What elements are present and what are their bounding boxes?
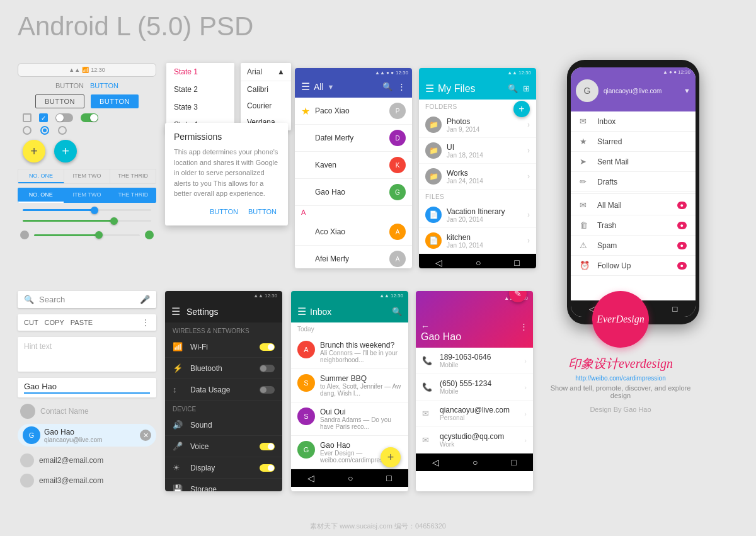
- home-nav-icon[interactable]: ○: [472, 457, 478, 467]
- wifi-toggle[interactable]: [260, 343, 275, 351]
- back-nav-icon[interactable]: ◁: [307, 473, 314, 483]
- sound-row[interactable]: 🔊 Sound: [165, 414, 282, 436]
- inbox-row[interactable]: S Summer BBQ to Alex, Scott, Jennifer — …: [291, 369, 408, 402]
- more-button[interactable]: ⋮: [141, 317, 150, 328]
- bluetooth-row[interactable]: ⚡ Bluetooth: [165, 358, 282, 379]
- hamburger-inbox-icon[interactable]: ☰: [297, 305, 306, 317]
- back-contact-icon[interactable]: ←: [421, 321, 430, 331]
- home-nav-icon[interactable]: ○: [476, 258, 481, 268]
- font-courier[interactable]: Courier: [241, 98, 291, 114]
- tab-itemtwo[interactable]: ITEM TWO: [64, 169, 110, 183]
- back-nav-icon[interactable]: ◁: [432, 457, 439, 467]
- tab-thrid[interactable]: THE THRID: [110, 169, 156, 183]
- fab-compose[interactable]: +: [381, 447, 401, 467]
- tab-filled-thrid[interactable]: THE THRID: [110, 188, 156, 203]
- more-contact-icon[interactable]: ⋮: [520, 322, 528, 331]
- back-nav-icon[interactable]: ◁: [435, 258, 442, 268]
- outline-button[interactable]: BUTTON: [35, 94, 84, 108]
- chip-close-button[interactable]: ✕: [140, 430, 151, 441]
- toggle-off[interactable]: [55, 113, 73, 122]
- voice-toggle[interactable]: [260, 443, 275, 450]
- radio-unchecked-2[interactable]: [58, 126, 67, 135]
- cut-button[interactable]: CUT: [24, 319, 38, 326]
- tab-noone[interactable]: NO. ONE: [18, 169, 64, 183]
- detail-phone2[interactable]: 📞 (650) 555-1234 Mobile ›: [416, 374, 533, 401]
- slider-1[interactable]: [18, 209, 156, 222]
- font-calibri[interactable]: Calibri: [241, 81, 291, 98]
- search-inbox-icon[interactable]: 🔍: [392, 307, 402, 316]
- input-value[interactable]: Gao Hao: [24, 382, 150, 394]
- drawer-inbox[interactable]: ✉ Inbox: [571, 111, 696, 132]
- fab-yellow[interactable]: +: [23, 140, 45, 163]
- checkbox-checked[interactable]: ✓: [39, 113, 48, 122]
- dropdown-state2[interactable]: State 2: [166, 81, 234, 98]
- file-row[interactable]: 📁 UI Jan 18, 2014 ›: [419, 138, 536, 164]
- fab-files[interactable]: +: [513, 101, 530, 117]
- display-toggle[interactable]: [260, 464, 275, 472]
- drawer-spam[interactable]: ⚠ Spam ●: [571, 236, 696, 256]
- contact-row[interactable]: ★ Paco Xiao P: [295, 98, 412, 125]
- contact-row[interactable]: Dafei Merfy D: [295, 125, 412, 152]
- search-header-icon[interactable]: 🔍: [382, 82, 392, 91]
- more-header-icon[interactable]: ⋮: [398, 82, 406, 91]
- hamburger-files-icon[interactable]: ☰: [425, 83, 434, 94]
- hamburger-settings-icon[interactable]: ☰: [171, 305, 180, 317]
- recents-nav-icon[interactable]: □: [511, 457, 516, 467]
- radio-unchecked[interactable]: [23, 126, 32, 135]
- wifi-row[interactable]: 📶 Wi-Fi: [165, 336, 282, 358]
- voice-row[interactable]: 🎤 Voice: [165, 436, 282, 457]
- file-row[interactable]: 📄 kitchen Jan 10, 2014 ›: [419, 228, 536, 254]
- inbox-row[interactable]: S Oui Oui Sandra Adams — Do you have Par…: [291, 402, 408, 436]
- home-nav-icon[interactable]: ○: [348, 473, 353, 483]
- radio-checked[interactable]: [40, 126, 49, 135]
- contact-row[interactable]: Aco Xiao A: [295, 219, 412, 246]
- contact-row[interactable]: Gao Hao G: [295, 179, 412, 206]
- detail-email1[interactable]: ✉ qiancaoyu@live.com Personal ›: [416, 401, 533, 427]
- data-toggle[interactable]: [260, 386, 275, 394]
- detail-email2[interactable]: ✉ qcystudio@qq.com Work ›: [416, 427, 533, 453]
- drawer-starred[interactable]: ★ Starred: [571, 132, 696, 152]
- data-usage-row[interactable]: ↕ Data Usage: [165, 379, 282, 401]
- display-row[interactable]: ☀ Display: [165, 457, 282, 479]
- drawer-allmail[interactable]: ✉ All Mail ●: [571, 195, 696, 215]
- toggle-on[interactable]: [81, 113, 98, 122]
- tabs-outline[interactable]: NO. ONE ITEM TWO THE THRID: [18, 169, 156, 184]
- search-bar[interactable]: 🔍 Search 🎤: [18, 291, 156, 308]
- tabs-filled[interactable]: NO. ONE ITEM TWO THE THRID: [18, 188, 156, 203]
- dropdown-state3[interactable]: State 3: [166, 98, 234, 116]
- drawer-sent[interactable]: ➤ Sent Mail: [571, 152, 696, 172]
- brand-url[interactable]: http://weibo.com/cardimpression: [548, 375, 693, 382]
- grid-files-icon[interactable]: ⊞: [523, 84, 530, 93]
- file-row[interactable]: 📄 Vacation Itinerary Jan 20, 2014 ›: [419, 202, 536, 228]
- drawer-trash[interactable]: 🗑 Trash ●: [571, 215, 696, 236]
- storage-row[interactable]: 💾 Storage: [165, 479, 282, 491]
- paste-button[interactable]: PASTE: [71, 319, 93, 326]
- dropdown-avatar-icon[interactable]: ▼: [684, 87, 690, 94]
- dropdown-state1[interactable]: State 1: [166, 63, 234, 81]
- input-box[interactable]: Gao Hao: [18, 378, 156, 397]
- mic-icon[interactable]: 🎤: [140, 295, 150, 304]
- dropdown-arrow-icon[interactable]: ▼: [328, 83, 335, 91]
- recents-nav-icon[interactable]: □: [386, 473, 391, 483]
- tab-filled-noone[interactable]: NO. ONE: [18, 188, 64, 203]
- contact-row[interactable]: Afei Merfy A: [295, 246, 412, 268]
- recents-nav-icon[interactable]: □: [514, 258, 519, 268]
- copy-button[interactable]: COPY: [45, 319, 64, 326]
- tab-filled-itemtwo[interactable]: ITEM TWO: [64, 188, 110, 203]
- file-row[interactable]: 📁 Works Jan 24, 2014 ›: [419, 164, 536, 190]
- detail-phone1[interactable]: 📞 189-1063-0646 Mobile ›: [416, 348, 533, 374]
- search-input[interactable]: Search: [39, 295, 140, 304]
- dialog-btn2[interactable]: BUTTON: [246, 207, 279, 217]
- fab-cyan[interactable]: +: [54, 140, 77, 163]
- inbox-row[interactable]: A Brunch this weekend? Ali Connors — I'l…: [291, 336, 408, 369]
- drawer-drafts[interactable]: ✏ Drafts: [571, 172, 696, 192]
- search-files-icon[interactable]: 🔍: [508, 84, 518, 93]
- font-dropdown-header[interactable]: Arial ▲: [241, 63, 291, 81]
- contact-row[interactable]: Kaven K: [295, 152, 412, 179]
- dialog-btn1[interactable]: BUTTON: [207, 207, 241, 217]
- drawer-followup[interactable]: ⏰ Follow Up ●: [571, 256, 696, 276]
- checkbox-unchecked[interactable]: [23, 113, 32, 122]
- bluetooth-toggle[interactable]: [260, 365, 275, 372]
- hamburger-icon[interactable]: ☰: [301, 81, 310, 93]
- filled-button[interactable]: BUTTON: [91, 94, 139, 108]
